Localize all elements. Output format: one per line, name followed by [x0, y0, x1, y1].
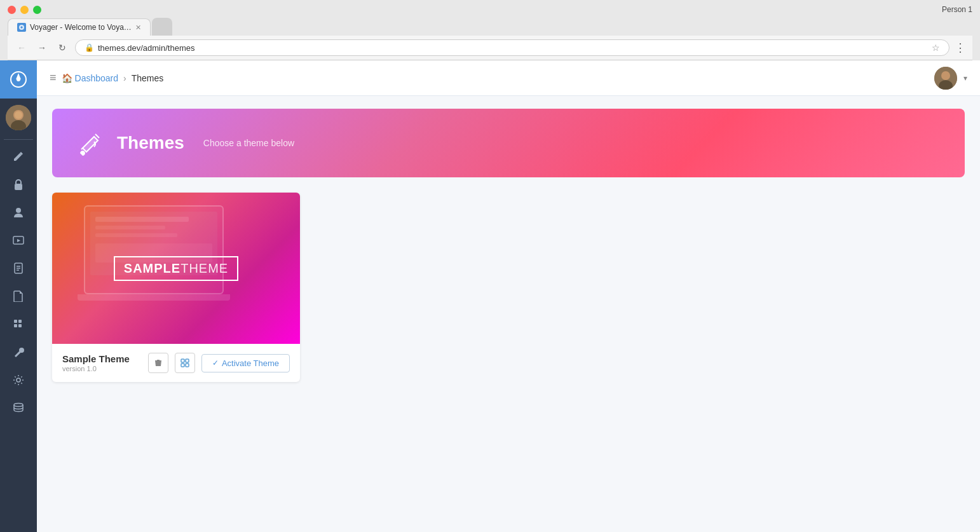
themes-banner: Themes Choose a theme below: [52, 109, 965, 177]
banner-subtitle: Choose a theme below: [203, 138, 294, 148]
address-bar-row: ← → ↻ 🔒 themes.dev/admin/themes ☆ ⋮: [8, 36, 972, 60]
tab-title: Voyager - Welcome to Voyage...: [30, 23, 132, 32]
svg-point-18: [17, 378, 20, 382]
browser-user: Person 1: [942, 5, 972, 14]
top-bar-right: ▾: [934, 67, 967, 90]
address-bar[interactable]: 🔒 themes.dev/admin/themes ☆: [75, 39, 949, 56]
svg-point-6: [15, 111, 22, 119]
activate-theme-button[interactable]: ✓ Activate Theme: [201, 354, 290, 372]
tab-bar: Voyager - Welcome to Voyage... ✕: [8, 18, 972, 36]
window-buttons: [8, 6, 41, 14]
back-button[interactable]: ←: [14, 40, 29, 55]
svg-rect-28: [181, 364, 184, 367]
sidebar-item-page[interactable]: [6, 283, 31, 309]
theme-name-group: Sample Theme version 1.0: [62, 353, 142, 372]
maximize-button[interactable]: [33, 6, 41, 14]
url-text: themes.dev/admin/themes: [98, 43, 194, 53]
theme-label-light: THEME: [180, 261, 228, 276]
close-button[interactable]: [8, 6, 16, 14]
minimize-button[interactable]: [20, 6, 29, 14]
dashboard-label: Dashboard: [75, 73, 119, 83]
bookmark-icon[interactable]: ☆: [932, 43, 940, 53]
svg-rect-26: [181, 359, 184, 362]
theme-version: version 1.0: [62, 365, 142, 372]
sidebar-item-user[interactable]: [6, 200, 31, 225]
sidebar-item-pencil[interactable]: [6, 144, 31, 169]
svg-point-19: [14, 404, 23, 407]
theme-name: Sample Theme: [62, 353, 130, 364]
user-menu-chevron[interactable]: ▾: [963, 74, 967, 83]
svg-point-2: [17, 78, 20, 81]
browser-menu-icon[interactable]: ⋮: [955, 41, 966, 55]
breadcrumb-arrow: ›: [123, 73, 126, 83]
page-content: Themes Choose a theme below: [37, 96, 980, 532]
banner-title: Themes: [117, 133, 184, 153]
theme-settings-button[interactable]: [175, 353, 195, 373]
sidebar: [0, 60, 37, 532]
user-avatar[interactable]: [934, 67, 957, 90]
theme-info: Sample Theme version 1.0: [52, 344, 300, 382]
tab-close-icon[interactable]: ✕: [135, 24, 141, 32]
svg-rect-27: [186, 359, 189, 362]
breadcrumb-current: Themes: [132, 73, 164, 83]
browser-window: ≡ 🏠 Dashboard › Themes ▾: [0, 60, 980, 532]
check-icon: ✓: [212, 358, 219, 367]
sidebar-item-database[interactable]: [6, 395, 31, 421]
sidebar-item-post[interactable]: [6, 256, 31, 281]
sidebar-item-menu[interactable]: [6, 311, 31, 337]
sidebar-avatar[interactable]: [6, 105, 31, 130]
theme-thumbnail: SAMPLE THEME: [52, 193, 300, 344]
svg-rect-29: [186, 364, 189, 367]
theme-label-overlay: SAMPLE THEME: [114, 256, 238, 281]
breadcrumb: ≡ 🏠 Dashboard › Themes: [50, 71, 163, 85]
svg-rect-16: [14, 324, 17, 327]
voyager-logo-icon: [7, 68, 30, 91]
sidebar-divider: [4, 139, 33, 140]
theme-card: SAMPLE THEME Sample Theme version 1.0: [52, 193, 300, 382]
theme-label-bold: SAMPLE: [124, 261, 180, 276]
tab-favicon: [17, 23, 26, 32]
themes-grid: SAMPLE THEME Sample Theme version 1.0: [52, 193, 965, 382]
delete-theme-button[interactable]: [148, 353, 168, 373]
top-bar: ≡ 🏠 Dashboard › Themes ▾: [37, 60, 980, 96]
sidebar-item-media[interactable]: [6, 228, 31, 253]
hamburger-icon[interactable]: ≡: [50, 71, 57, 85]
lock-icon: 🔒: [85, 43, 94, 52]
browser-chrome: Person 1 Voyager - Welcome to Voyage... …: [0, 0, 980, 60]
svg-rect-15: [18, 320, 22, 323]
refresh-button[interactable]: ↻: [55, 40, 70, 55]
svg-point-8: [16, 208, 21, 213]
svg-rect-14: [14, 320, 17, 323]
themes-banner-icon: [75, 128, 105, 158]
forward-button[interactable]: →: [34, 40, 50, 55]
dashboard-home-icon: 🏠: [62, 73, 72, 83]
main-content: ≡ 🏠 Dashboard › Themes ▾: [37, 60, 980, 532]
svg-rect-7: [15, 184, 22, 190]
sidebar-top: [0, 60, 37, 99]
svg-rect-17: [18, 324, 22, 327]
sidebar-item-tools[interactable]: [6, 339, 31, 365]
new-tab-button[interactable]: [152, 18, 172, 36]
sidebar-item-lock[interactable]: [6, 172, 31, 197]
svg-point-21: [941, 71, 950, 80]
sidebar-item-settings[interactable]: [6, 367, 31, 393]
dashboard-link[interactable]: 🏠 Dashboard: [62, 73, 119, 83]
activate-theme-label: Activate Theme: [222, 358, 279, 368]
active-tab[interactable]: Voyager - Welcome to Voyage... ✕: [8, 18, 151, 36]
